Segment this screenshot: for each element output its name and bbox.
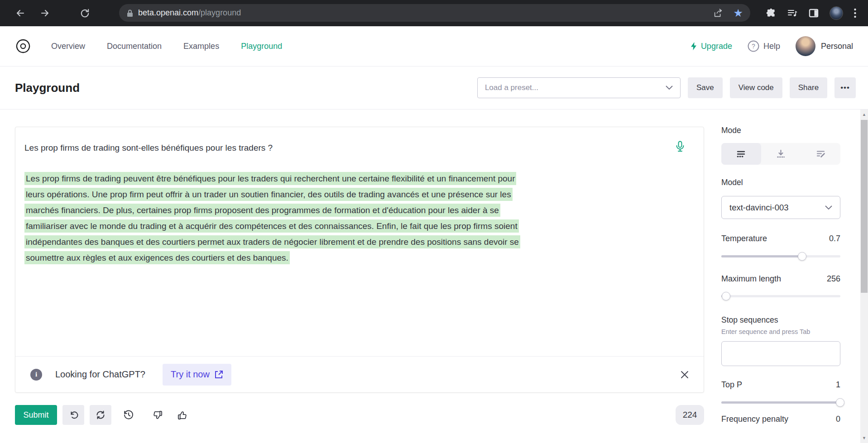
stop-sequences-hint: Enter sequence and press Tab [721,328,840,335]
nav-link-playground[interactable]: Playground [241,42,282,51]
history-clock-icon [123,410,134,420]
nav-link-overview[interactable]: Overview [51,42,85,51]
scrollbar-up-arrow[interactable]: ▲ [860,111,868,118]
undo-button[interactable] [62,405,84,425]
thumbs-up-icon [177,410,187,420]
site-nav: Overview Documentation Examples Playgrou… [0,26,868,67]
address-bar[interactable]: beta.openai.com/playground ★ [119,4,750,22]
prompt-editor[interactable]: Les prop firms de trading sont-elles bén… [15,127,704,393]
forward-icon [39,8,50,19]
temperature-value: 0.7 [829,234,840,243]
try-chatgpt-link[interactable]: Try it now [163,364,231,386]
banner-message: Looking for ChatGPT? [55,369,145,380]
chevron-down-icon [825,205,832,210]
nav-link-examples[interactable]: Examples [183,42,219,51]
top-p-slider[interactable] [721,401,840,404]
share-button[interactable]: Share [790,77,827,98]
model-select[interactable]: text-davinci-003 [721,196,840,219]
top-p-label: Top P [721,380,742,390]
workspace: Les prop firms de trading sont-elles bén… [0,110,868,443]
temperature-row: Temperature 0.7 [721,234,840,243]
svg-text:?: ? [752,43,755,50]
side-panel-icon[interactable] [809,8,819,18]
max-length-slider[interactable] [721,295,840,297]
cta-label: Try it now [171,369,210,380]
token-count-badge: 224 [676,405,704,425]
temperature-slider[interactable] [721,255,840,257]
frequency-penalty-value: 0 [836,414,840,424]
chatgpt-banner: i Looking for ChatGPT? Try it now [15,356,704,392]
insert-mode-icon [776,149,786,159]
thumbs-down-button[interactable] [148,405,168,425]
banner-close-icon[interactable] [681,371,689,379]
regenerate-button[interactable] [90,405,111,425]
prompt-text: Les prop firms de trading sont-elles bén… [24,140,672,156]
help-button[interactable]: ? Help [748,40,780,52]
preset-placeholder: Load a preset... [485,83,538,92]
info-icon: i [30,369,42,381]
browser-profile-avatar[interactable] [830,6,843,20]
scrollbar-down-arrow[interactable]: ▼ [860,434,868,442]
thumbs-up-button[interactable] [172,405,192,425]
help-circle-icon: ? [748,40,759,52]
model-value: text-davinci-003 [729,203,789,213]
share-page-button[interactable] [713,8,723,18]
extensions-puzzle-icon[interactable] [766,8,776,19]
account-menu[interactable]: Personal [796,36,853,56]
mode-label: Mode [721,126,840,135]
temperature-label: Temperature [721,234,767,243]
scrollbar-thumb[interactable] [861,120,868,293]
upgrade-button[interactable]: Upgrade [690,42,732,51]
top-p-row: Top P 1 [721,380,840,390]
browser-chrome: beta.openai.com/playground ★ [0,0,868,26]
external-link-icon [215,370,223,379]
bookmark-star-button[interactable]: ★ [733,8,743,18]
completion-line: indépendantes des banques et des courtie… [24,235,520,248]
history-button[interactable] [119,405,139,425]
completion-line: soumettre aux règles et aux exigences de… [24,251,290,264]
playground-header: Playground Load a preset... Save View co… [0,67,868,110]
regenerate-icon [96,410,106,420]
account-label: Personal [821,42,853,51]
browser-back-button[interactable] [14,6,27,20]
mode-edit-button[interactable] [801,143,840,165]
browser-reload-button[interactable] [78,6,91,20]
nav-link-documentation[interactable]: Documentation [107,42,162,51]
url-host: beta.openai.com [138,8,198,18]
save-button[interactable]: Save [688,77,723,98]
frequency-penalty-label: Frequency penalty [721,414,788,424]
microphone-icon[interactable] [676,141,685,152]
edit-mode-icon [816,149,825,159]
view-code-button[interactable]: View code [730,77,782,98]
submit-row: Submit 224 [15,405,704,425]
more-options-button[interactable]: ••• [834,77,856,98]
load-preset-select[interactable]: Load a preset... [477,77,681,98]
model-label: Model [721,178,840,187]
upgrade-label: Upgrade [701,42,732,51]
stop-sequences-input[interactable] [721,341,840,366]
completion-line: Les prop firms de trading peuvent être b… [24,172,516,185]
account-avatar [796,36,815,56]
completion-text: Les prop firms de trading peuvent être b… [24,172,686,267]
max-length-slider-thumb[interactable] [722,292,730,300]
browser-menu-kebab-icon[interactable] [854,8,856,18]
thumbs-down-icon [153,410,163,420]
back-icon [15,8,26,19]
submit-button[interactable]: Submit [15,405,57,425]
max-length-row: Maximum length 256 [721,274,840,284]
url-path: /playground [198,8,241,18]
help-label: Help [763,42,780,51]
mode-insert-button[interactable] [761,143,801,165]
completion-line: familiariser avec le monde du trading et… [24,219,519,233]
openai-logo[interactable] [15,38,31,54]
media-controls-icon[interactable] [787,8,798,19]
page-scrollbar[interactable]: ▲ ▼ [860,110,868,443]
temperature-slider-thumb[interactable] [798,252,806,261]
completion-line: marchés financiers. De plus, certaines p… [24,204,500,217]
browser-forward-button[interactable] [38,6,52,20]
top-p-slider-thumb[interactable] [836,398,844,407]
completion-line: leurs opérations. Une prop firm peut off… [24,188,513,201]
mode-complete-button[interactable] [721,143,761,165]
reload-icon [80,8,90,19]
chevron-down-icon [666,86,673,90]
